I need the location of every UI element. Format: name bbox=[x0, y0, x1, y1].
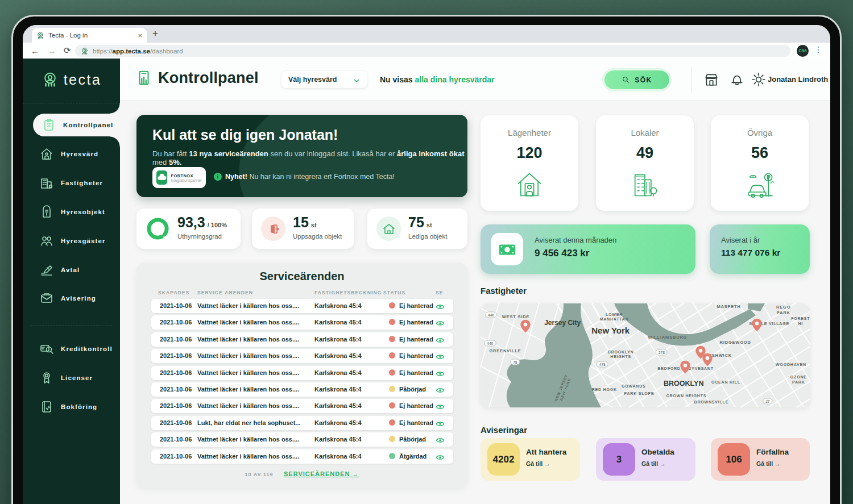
map-label: RED HOOK bbox=[592, 388, 617, 393]
cell-date: 2021-10-06 bbox=[160, 336, 192, 343]
eye-icon[interactable] bbox=[436, 352, 445, 361]
user-chevron-down-icon[interactable]: ⌄ bbox=[829, 76, 830, 83]
cell-property: Karlskrona 45:4 bbox=[314, 436, 362, 443]
sidebar-item-hyresobjekt[interactable]: Hyresobjekt bbox=[23, 201, 120, 223]
reload-icon[interactable]: ⟳ bbox=[64, 45, 71, 56]
status-dot-icon bbox=[389, 436, 395, 442]
status-dot-icon bbox=[389, 336, 395, 342]
table-row[interactable]: 2021-10-06Vattnet läcker i källaren hos … bbox=[151, 449, 453, 464]
notifications-bell-icon[interactable] bbox=[730, 72, 744, 87]
sidebar-item-kreditkontroll[interactable]: Kreditkontroll bbox=[23, 338, 120, 360]
eye-icon[interactable] bbox=[436, 453, 445, 462]
status-badge: Påbörjad bbox=[399, 436, 426, 443]
sidebar-item-avisering[interactable]: Avisering bbox=[23, 287, 120, 310]
people-icon bbox=[40, 234, 53, 248]
eye-icon[interactable] bbox=[436, 302, 445, 311]
unit-card-lägenheter: Lägenheter120 bbox=[481, 115, 578, 211]
sidebar-item-hyresgäster[interactable]: Hyresgäster bbox=[23, 230, 120, 252]
header-divider bbox=[691, 66, 691, 93]
cell-date: 2021-10-06 bbox=[160, 319, 192, 326]
table-row[interactable]: 2021-10-06Vattnet läcker i källaren hos … bbox=[151, 382, 453, 397]
map-label: CROWN HEIGHTS bbox=[666, 393, 707, 398]
sidebar-item-hyresvärd[interactable]: Hyresvärd bbox=[23, 143, 120, 165]
sidebar-item-fastigheter[interactable]: Fastigheter bbox=[23, 172, 120, 194]
cell-property: Karlskrona 45:4 bbox=[314, 402, 362, 409]
sidebar-item-kontrollpanel[interactable]: Kontrollpanel bbox=[33, 114, 120, 136]
cell-property: Karlskrona 45:4 bbox=[314, 302, 362, 309]
search-button[interactable]: SÖK bbox=[604, 70, 669, 89]
eye-icon[interactable] bbox=[436, 419, 445, 428]
map-label: REGO PARK bbox=[771, 305, 797, 315]
properties-map[interactable]: WEST SIDEJersey CityLOWER MANHATTANNew Y… bbox=[481, 303, 810, 407]
house-person-icon bbox=[481, 169, 578, 201]
map-pin-icon[interactable] bbox=[700, 352, 715, 367]
highway-badge: 27 bbox=[763, 398, 772, 405]
cell-subject: Vattnet läcker i källaren hos oss.... bbox=[197, 352, 299, 359]
address-bar[interactable]: https://app.tecta.se/dashboard bbox=[75, 45, 790, 57]
store-icon[interactable] bbox=[704, 72, 719, 87]
buildings-icon bbox=[40, 176, 53, 190]
fortnox-partner-badge[interactable]: FORTNOXIntegrationspartner bbox=[152, 167, 206, 188]
kpi-card-lediga-objekt: 75stLediga objekt bbox=[367, 209, 467, 249]
tab-close-icon[interactable]: × bbox=[138, 31, 142, 40]
table-row[interactable]: 2021-10-06Vattnet läcker i källaren hos … bbox=[151, 349, 453, 363]
eye-icon[interactable] bbox=[436, 402, 445, 411]
column-header: Fastighetsbeckning bbox=[314, 290, 382, 295]
tecta-logo-text: tecta bbox=[64, 72, 102, 88]
notification-card-förfallna[interactable]: 106FörfallnaGå till → bbox=[711, 438, 810, 481]
forward-icon[interactable]: → bbox=[47, 46, 56, 56]
table-row[interactable]: 2021-10-06Vattnet läcker i källaren hos … bbox=[151, 366, 453, 380]
notifications-section-heading: Aviseringar bbox=[481, 425, 527, 435]
map-pin-icon[interactable] bbox=[750, 318, 764, 332]
sidebar-item-avtal[interactable]: Avtal bbox=[23, 259, 120, 281]
browser-tab[interactable]: Tecta - Log in × bbox=[32, 28, 147, 43]
settings-gear-icon[interactable] bbox=[751, 72, 766, 87]
eye-icon[interactable] bbox=[436, 336, 445, 345]
sidebar-item-licenser[interactable]: Licenser bbox=[23, 366, 120, 389]
map-label: FOREST HI bbox=[791, 316, 810, 327]
eye-icon[interactable] bbox=[436, 319, 445, 328]
browser-toolbar: ← → ⟳ https://app.tecta.se/dashboard C56… bbox=[23, 43, 830, 59]
column-header: Status bbox=[383, 290, 405, 295]
back-icon[interactable]: ← bbox=[31, 46, 39, 56]
tecta-favicon bbox=[81, 47, 89, 55]
notification-card-att-hantera[interactable]: 4202Att hanteraGå till → bbox=[481, 438, 580, 481]
status-badge: Påbörjad bbox=[399, 386, 426, 393]
tecta-logo[interactable]: tecta bbox=[23, 66, 120, 93]
map-label: PARK SLOPE bbox=[624, 391, 655, 397]
cell-property: Karlskrona 45:4 bbox=[314, 419, 362, 426]
news-line: i Nyhet! Nu har kan ni integrera ert For… bbox=[214, 173, 395, 181]
table-row[interactable]: 2021-10-06Vattnet läcker i källaren hos … bbox=[151, 432, 453, 447]
new-tab-button[interactable]: + bbox=[152, 28, 158, 39]
table-row[interactable]: 2021-10-06Vattnet läcker i källaren hos … bbox=[151, 332, 453, 347]
go-to-link[interactable]: Gå till → bbox=[641, 460, 666, 467]
highway-badge: 478 bbox=[597, 361, 608, 368]
page-title: Kontrollpanel bbox=[158, 69, 259, 87]
tablet-frame: Tecta - Log in × + ← → ⟳ https://app.tec… bbox=[11, 15, 842, 504]
browser-menu-icon[interactable]: ⋮ bbox=[814, 45, 822, 54]
go-to-link[interactable]: Gå till → bbox=[756, 460, 781, 467]
table-row[interactable]: 2021-10-06Vattnet läcker i källaren hos … bbox=[151, 399, 453, 413]
landlord-select-dropdown[interactable]: Välj hyresvärd bbox=[281, 71, 367, 88]
sidebar-divider bbox=[23, 103, 120, 103]
user-menu[interactable]: Jonatan Lindroth bbox=[768, 75, 828, 84]
info-icon: i bbox=[214, 173, 222, 181]
notification-card-obetalda[interactable]: 3ObetaldaGå till → bbox=[596, 438, 695, 481]
go-to-link[interactable]: Gå till → bbox=[526, 460, 550, 467]
map-pin-icon[interactable] bbox=[518, 319, 533, 334]
cell-subject: Vattnet läcker i källaren hos oss.... bbox=[197, 453, 299, 460]
eye-icon[interactable] bbox=[436, 436, 445, 445]
map-pin-icon[interactable] bbox=[678, 360, 693, 374]
browser-profile-avatar[interactable]: C56 bbox=[797, 45, 809, 57]
eye-icon[interactable] bbox=[436, 386, 445, 395]
unit-card-övriga: Övriga56 bbox=[711, 115, 809, 211]
eye-icon[interactable] bbox=[436, 369, 445, 378]
chevron-down-icon bbox=[353, 76, 360, 83]
table-row[interactable]: 2021-10-06Vattnet läcker i källaren hos … bbox=[151, 299, 453, 313]
table-row[interactable]: 2021-10-06Vattnet läcker i källaren hos … bbox=[151, 315, 453, 330]
service-cases-link[interactable]: SERVICEÄRENDEN → bbox=[284, 470, 359, 477]
sidebar-item-bokföring[interactable]: Bokföring bbox=[23, 395, 120, 418]
cell-property: Karlskrona 45:4 bbox=[314, 369, 362, 376]
map-label: BROOKLYN HEIGHTS bbox=[608, 350, 634, 360]
table-row[interactable]: 2021-10-06Lukt, har eldat ner hela sophu… bbox=[151, 416, 453, 430]
